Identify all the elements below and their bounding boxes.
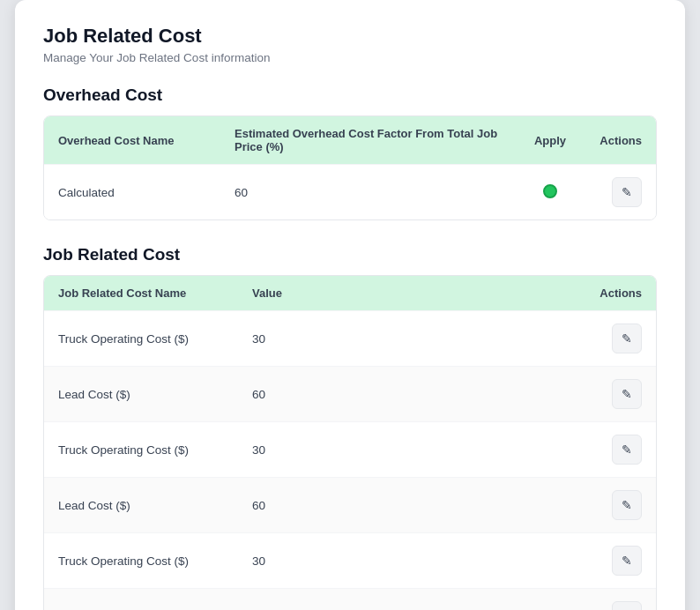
jrc-edit-button-1[interactable]: ✎	[612, 379, 642, 409]
jrc-section: Job Related Cost Job Related Cost Name V…	[43, 245, 657, 610]
jrc-row-name: Truck Operating Cost ($)	[44, 311, 238, 367]
overhead-row-value: 60	[220, 165, 515, 220]
jrc-col-actions: Actions	[585, 276, 656, 311]
overhead-table-head: Overhead Cost Name Estimated Overhead Co…	[44, 116, 656, 165]
apply-indicator	[543, 184, 557, 198]
overhead-col-factor: Estimated Overhead Cost Factor From Tota…	[220, 116, 515, 165]
jrc-col-value: Value	[238, 276, 585, 311]
overhead-col-name: Overhead Cost Name	[44, 116, 220, 165]
jrc-row-actions: ✎	[585, 422, 656, 478]
jrc-row-name: Lead Cost ($)	[44, 589, 238, 611]
overhead-table-wrapper: Overhead Cost Name Estimated Overhead Co…	[43, 115, 657, 220]
overhead-col-apply: Apply	[515, 116, 585, 165]
jrc-table-head: Job Related Cost Name Value Actions	[44, 276, 656, 311]
jrc-row-name: Truck Operating Cost ($)	[44, 533, 238, 589]
overhead-row-actions: ✎	[585, 165, 656, 220]
jrc-row-actions: ✎	[585, 533, 656, 589]
page-title: Job Related Cost	[43, 25, 657, 48]
jrc-row-actions: ✎	[585, 311, 656, 367]
table-row: Lead Cost ($) 60 ✎	[44, 478, 656, 533]
jrc-row-value: 30	[238, 422, 585, 478]
jrc-table-wrapper: Job Related Cost Name Value Actions Truc…	[43, 275, 657, 610]
overhead-table: Overhead Cost Name Estimated Overhead Co…	[44, 116, 656, 219]
table-row: Truck Operating Cost ($) 30 ✎	[44, 533, 656, 589]
jrc-row-name: Lead Cost ($)	[44, 367, 238, 422]
overhead-section-title: Overhead Cost	[43, 86, 657, 105]
table-row: Calculated 60 ✎	[44, 165, 656, 220]
jrc-edit-button-2[interactable]: ✎	[612, 435, 642, 465]
overhead-row-name: Calculated	[44, 165, 220, 220]
jrc-table-body: Truck Operating Cost ($) 30 ✎ Lead Cost …	[44, 311, 656, 611]
jrc-edit-button-0[interactable]: ✎	[612, 324, 642, 353]
jrc-edit-button-3[interactable]: ✎	[612, 490, 642, 520]
jrc-edit-button-5[interactable]: ✎	[612, 601, 642, 610]
jrc-section-title: Job Related Cost	[43, 245, 657, 264]
table-row: Lead Cost ($) 60 ✎	[44, 589, 656, 611]
page-header: Job Related Cost Manage Your Job Related…	[43, 25, 657, 64]
table-row: Truck Operating Cost ($) 30 ✎	[44, 422, 656, 478]
table-row: Truck Operating Cost ($) 30 ✎	[44, 311, 656, 367]
jrc-row-value: 60	[238, 367, 585, 422]
jrc-row-actions: ✎	[585, 589, 656, 611]
main-card: Job Related Cost Manage Your Job Related…	[15, 0, 685, 610]
overhead-table-body: Calculated 60 ✎	[44, 165, 656, 220]
jrc-row-value: 30	[238, 533, 585, 589]
overhead-col-actions: Actions	[585, 116, 656, 165]
overhead-edit-button[interactable]: ✎	[612, 177, 642, 207]
jrc-row-value: 60	[238, 478, 585, 533]
jrc-edit-button-4[interactable]: ✎	[612, 546, 642, 576]
jrc-col-name: Job Related Cost Name	[44, 276, 238, 311]
overhead-row-apply	[515, 165, 585, 220]
overhead-section: Overhead Cost Overhead Cost Name Estimat…	[43, 86, 657, 220]
page-subtitle: Manage Your Job Related Cost information	[43, 51, 657, 64]
jrc-row-name: Truck Operating Cost ($)	[44, 422, 238, 478]
jrc-row-name: Lead Cost ($)	[44, 478, 238, 533]
jrc-row-value: 30	[238, 311, 585, 367]
jrc-row-value: 60	[238, 589, 585, 611]
table-row: Lead Cost ($) 60 ✎	[44, 367, 656, 422]
jrc-table: Job Related Cost Name Value Actions Truc…	[44, 276, 656, 610]
jrc-row-actions: ✎	[585, 478, 656, 533]
jrc-row-actions: ✎	[585, 367, 656, 422]
